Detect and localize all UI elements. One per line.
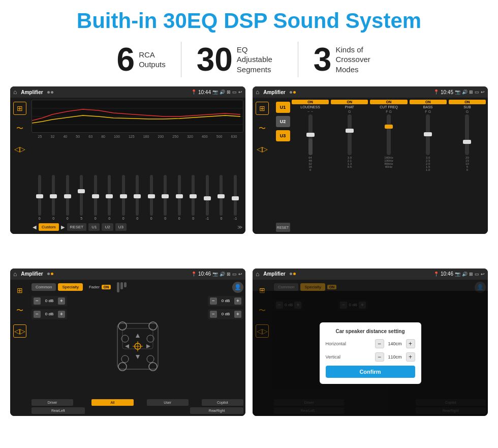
loudness-on-btn[interactable]: ON — [292, 100, 329, 104]
fader-side-controls: ⊞ 〜 ◁▷ — [10, 280, 29, 416]
sub-values: 20151050 — [465, 156, 469, 171]
crossover-side-controls: ⊞ 〜 ◁▷ — [253, 98, 272, 234]
back-icon-3[interactable]: ↩ — [238, 272, 242, 277]
all-btn[interactable]: All — [91, 399, 133, 406]
driver-btn[interactable]: Driver — [32, 399, 73, 406]
u3-select-btn[interactable]: U3 — [276, 130, 290, 141]
eq-slider-14[interactable]: -1 — [234, 175, 237, 220]
rearleft-btn[interactable]: RearLeft — [32, 407, 85, 414]
eq-slider-2[interactable]: 0 — [66, 175, 69, 220]
sub-on-btn[interactable]: ON — [449, 100, 486, 104]
home-icon-2[interactable]: ⌂ — [256, 88, 259, 96]
confirm-button[interactable]: Confirm — [326, 366, 415, 378]
dialog-screen: ⌂ Amplifier 📍 10:46 📷 🔊 ⊠ ▭ ↩ — [253, 268, 488, 416]
stat-number-crossover: 3 — [314, 43, 332, 76]
cutfreq-values: 160Hz100Hz80kHz60Hz — [384, 156, 393, 168]
vertical-minus-btn[interactable]: − — [375, 352, 384, 362]
fader-vol-icon[interactable]: ◁▷ — [13, 324, 26, 338]
eq-slider-12[interactable]: -1 — [206, 175, 209, 220]
fader-common-tab[interactable]: Common — [32, 283, 56, 291]
horizontal-plus-btn[interactable]: + — [406, 339, 415, 348]
eq-slider-6[interactable]: 0 — [122, 175, 125, 220]
eq-slider-1[interactable]: 0 — [52, 175, 55, 220]
eq-slider-5[interactable]: 0 — [108, 175, 111, 220]
user-btn[interactable]: User — [147, 399, 189, 406]
eq-reset-btn[interactable]: RESET — [67, 223, 87, 231]
eq-slider-13[interactable]: 0 — [220, 175, 223, 220]
db-plus-1[interactable]: + — [58, 297, 65, 305]
db-plus-4[interactable]: + — [234, 311, 241, 318]
db-plus-3[interactable]: + — [234, 297, 241, 305]
page-wrapper: Buith-in 30EQ DSP Sound System 6 RCAOutp… — [0, 0, 498, 448]
fader-time: 10:46 — [198, 271, 211, 277]
crossover-time: 10:45 — [441, 89, 453, 95]
eq-wave-icon[interactable]: 〜 — [13, 122, 26, 135]
fader-specialty-tab[interactable]: Specialty — [58, 283, 82, 291]
eq-preset-custom[interactable]: Custom — [39, 223, 59, 231]
eq-slider-7[interactable]: 0 — [136, 175, 139, 220]
db-plus-2[interactable]: + — [58, 311, 65, 318]
home-icon[interactable]: ⌂ — [13, 88, 17, 96]
eq-u2-btn[interactable]: U2 — [102, 223, 113, 231]
stat-text-crossover: Kinds ofCrossover Modes — [335, 45, 381, 75]
dialog-horizontal-row: Horizontal − 140cm + — [326, 339, 415, 348]
eq-slider-8[interactable]: 0 — [150, 175, 153, 220]
crossover-main: U1 U2 U3 RESET ON LOUDNESS ~~ — [272, 98, 488, 234]
eq-slider-3[interactable]: 5 — [80, 175, 83, 220]
fader-on-badge[interactable]: ON — [102, 285, 111, 289]
eq-slider-10[interactable]: 0 — [178, 175, 181, 220]
db-minus-2[interactable]: − — [34, 311, 41, 318]
fader-wave-icon[interactable]: 〜 — [13, 304, 26, 317]
eq-slider-4[interactable]: 0 — [94, 175, 97, 220]
battery-icon: ▭ — [232, 89, 237, 95]
db-minus-3[interactable]: − — [210, 297, 217, 305]
dialog-title: Car speaker distance setting — [326, 328, 415, 334]
eq-screen-title: Amplifier — [21, 89, 43, 95]
eq-graph — [32, 100, 243, 133]
status-bar-eq: ⌂ Amplifier 📍 10:44 📷 🔊 ⊠ ▭ ↩ — [10, 86, 245, 98]
location-icon: 📍 — [191, 89, 197, 95]
dialog-screen-content: ⊞ 〜 ◁▷ Common Specialty ON 👤 − — [253, 280, 488, 416]
dialog-specialty-tab: Specialty — [300, 283, 325, 291]
eq-slider-0[interactable]: 0 — [38, 175, 41, 220]
eq-slider-9[interactable]: 0 — [164, 175, 167, 220]
eq-filter-icon[interactable]: ⊞ — [13, 102, 26, 115]
status-bar-dialog: ⌂ Amplifier 📍 10:46 📷 🔊 ⊠ ▭ ↩ — [253, 268, 488, 280]
vertical-plus-btn[interactable]: + — [406, 352, 415, 362]
stat-rca: 6 RCAOutputs — [102, 43, 181, 76]
eq-next-btn[interactable]: ▶ — [61, 224, 65, 230]
eq-screen-content: ⊞ 〜 ◁▷ — [10, 98, 245, 234]
camera-icon-3: 📷 — [212, 272, 218, 277]
bass-on-btn[interactable]: ON — [410, 100, 447, 104]
eq-u3-btn[interactable]: U3 — [115, 223, 127, 231]
u1-select-btn[interactable]: U1 — [276, 102, 290, 113]
crossover-filter-icon[interactable]: ⊞ — [256, 102, 269, 115]
horizontal-minus-btn[interactable]: − — [375, 339, 384, 348]
u2-select-btn[interactable]: U2 — [276, 116, 290, 127]
db-minus-1[interactable]: − — [34, 297, 41, 305]
phat-on-btn[interactable]: ON — [331, 100, 368, 104]
crossover-reset-btn[interactable]: RESET — [276, 223, 290, 232]
back-icon-2[interactable]: ↩ — [481, 89, 485, 95]
crossover-wave-icon[interactable]: 〜 — [256, 122, 269, 135]
main-title: Buith-in 30EQ DSP Sound System — [77, 9, 421, 33]
crossover-vol-icon[interactable]: ◁▷ — [256, 142, 269, 156]
home-icon-3[interactable]: ⌂ — [13, 271, 17, 278]
expand-icon[interactable]: ≫ — [237, 224, 242, 230]
back-icon-4[interactable]: ↩ — [481, 272, 485, 277]
svg-point-11 — [121, 355, 129, 363]
eq-vol-icon[interactable]: ◁▷ — [13, 142, 26, 156]
copilot-btn[interactable]: Copilot — [202, 399, 243, 406]
cutfreq-on-btn[interactable]: ON — [370, 100, 407, 104]
eq-u1-btn[interactable]: U1 — [88, 223, 100, 231]
profile-icon[interactable]: 👤 — [232, 282, 243, 293]
horizontal-value: 140cm — [386, 341, 404, 346]
back-icon[interactable]: ↩ — [238, 89, 242, 95]
home-icon-4[interactable]: ⌂ — [256, 271, 259, 278]
eq-prev-btn[interactable]: ◀ — [33, 224, 37, 230]
dialog-common-tab: Common — [274, 283, 298, 291]
db-minus-4[interactable]: − — [210, 311, 217, 318]
fader-filter-icon[interactable]: ⊞ — [13, 284, 26, 297]
rearright-btn[interactable]: RearRight — [190, 407, 243, 414]
eq-slider-11[interactable]: 0 — [192, 175, 195, 220]
